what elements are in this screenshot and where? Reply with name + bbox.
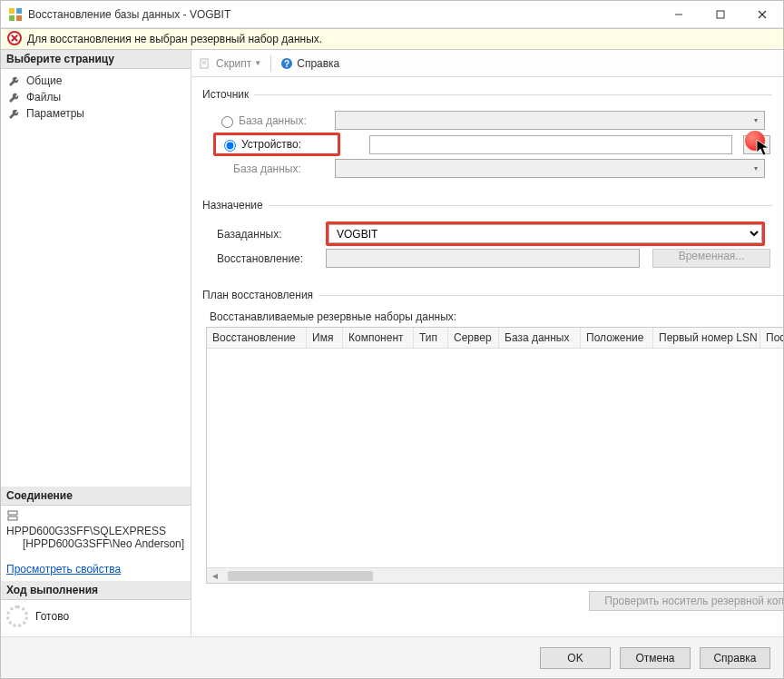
input-restore-to bbox=[326, 249, 640, 268]
svg-rect-3 bbox=[16, 15, 22, 21]
error-icon bbox=[7, 31, 22, 48]
radio-source-device[interactable] bbox=[224, 140, 236, 152]
sidebar-item-label: Параметры bbox=[26, 107, 84, 120]
label-db-under-device: База данных: bbox=[233, 162, 301, 175]
scroll-left-icon[interactable]: ◂ bbox=[207, 568, 222, 584]
legend-source: Источник bbox=[202, 88, 254, 101]
combo-source-database: ▾ bbox=[335, 111, 765, 130]
minimize-button[interactable] bbox=[658, 1, 700, 28]
script-icon bbox=[199, 57, 211, 70]
titlebar: Восстановление базы данных - VOGBIT bbox=[1, 1, 783, 28]
row-dest-restore: Восстановление: Временная... bbox=[217, 249, 770, 268]
content-toolbar: Скрипт ▼ ? Справка bbox=[191, 50, 783, 77]
wrench-icon bbox=[8, 74, 21, 87]
body: Выберите страницу Общие Файлы Параметры … bbox=[1, 50, 783, 636]
sidebar-spacer bbox=[1, 125, 191, 487]
grid-col-server[interactable]: Сервер bbox=[448, 328, 499, 348]
cancel-button[interactable]: Отмена bbox=[620, 647, 691, 669]
grid-col-lastlsn[interactable]: Последн bbox=[760, 328, 783, 348]
error-text: Для восстановления не выбран резервный н… bbox=[27, 33, 322, 45]
scroll-thumb[interactable] bbox=[228, 571, 373, 581]
row-source-device: Устройство: ... bbox=[213, 133, 770, 156]
select-dest-db[interactable]: VOGBIT bbox=[328, 224, 762, 243]
help-button-footer[interactable]: Справка bbox=[700, 647, 770, 669]
label-backup-sets: Восстанавливаемые резервные наборы данны… bbox=[210, 310, 783, 323]
legend-plan: План восстановления bbox=[202, 289, 318, 301]
timeline-button[interactable]: Временная... bbox=[652, 249, 770, 268]
svg-rect-11 bbox=[8, 511, 17, 515]
connection-user: [HPPD600G3SFF\Neo Anderson] bbox=[23, 537, 184, 550]
chevron-down-icon: ▾ bbox=[749, 162, 762, 175]
dialog-footer: OK Отмена Справка bbox=[1, 636, 783, 678]
grid-body bbox=[207, 349, 783, 567]
server-icon bbox=[6, 509, 19, 525]
combo-db-under-device: ▾ bbox=[335, 159, 765, 178]
maximize-button[interactable] bbox=[700, 1, 741, 28]
verify-row: Проверить носитель резервной копии bbox=[204, 586, 783, 616]
error-bar: Для восстановления не выбран резервный н… bbox=[1, 28, 783, 50]
group-plan: План восстановления Восстанавливаемые ре… bbox=[202, 289, 783, 620]
sidebar-header-progress: Ход выполнения bbox=[1, 581, 191, 600]
help-button[interactable]: ? Справка bbox=[280, 57, 339, 70]
grid-col-firstlsn[interactable]: Первый номер LSN bbox=[653, 328, 760, 348]
sidebar-item-label: Файлы bbox=[26, 91, 61, 103]
cursor-icon bbox=[756, 139, 772, 157]
row-source-db: База данных: ▾ bbox=[217, 111, 770, 130]
verify-backup-media-button: Проверить носитель резервной копии bbox=[589, 591, 783, 611]
svg-text:?: ? bbox=[284, 58, 289, 68]
svg-rect-0 bbox=[9, 8, 15, 14]
wrench-icon bbox=[8, 91, 21, 103]
sidebar-item-files[interactable]: Файлы bbox=[5, 89, 187, 105]
grid-col-name[interactable]: Имя bbox=[307, 328, 343, 348]
group-destination: Назначение Базаданных: VOGBIT Восстановл… bbox=[202, 199, 772, 274]
grid-col-component[interactable]: Компонент bbox=[343, 328, 414, 348]
radio-source-database[interactable] bbox=[221, 116, 233, 128]
sidebar-header-select-page: Выберите страницу bbox=[1, 50, 191, 69]
progress-ready-label: Готово bbox=[35, 610, 69, 623]
progress-ready: Готово bbox=[1, 600, 191, 636]
input-device-path[interactable] bbox=[369, 135, 732, 154]
highlight-dest-db: VOGBIT bbox=[326, 221, 765, 246]
dropdown-icon: ▼ bbox=[254, 59, 261, 67]
group-source: Источник База данных: ▾ Устройство: bbox=[202, 88, 772, 184]
separator bbox=[270, 55, 271, 72]
window-title: Восстановление базы данных - VOGBIT bbox=[28, 8, 658, 21]
svg-rect-12 bbox=[8, 517, 17, 520]
view-properties-link[interactable]: Просмотреть свойства bbox=[6, 563, 185, 576]
content: Скрипт ▼ ? Справка Источник База данн bbox=[191, 50, 783, 636]
grid-hscroll[interactable]: ◂ ▸ bbox=[207, 567, 783, 583]
scroll-track[interactable] bbox=[222, 568, 783, 584]
sidebar: Выберите страницу Общие Файлы Параметры … bbox=[1, 50, 191, 636]
help-label: Справка bbox=[297, 57, 339, 70]
label-source-device: Устройство: bbox=[241, 138, 301, 151]
window: Восстановление базы данных - VOGBIT Для … bbox=[0, 0, 784, 679]
row-dest-db: Базаданных: VOGBIT bbox=[217, 221, 770, 246]
label-source-database: База данных: bbox=[239, 114, 307, 127]
script-button[interactable]: Скрипт ▼ bbox=[199, 57, 261, 70]
app-icon bbox=[8, 7, 23, 22]
close-button[interactable] bbox=[741, 1, 783, 28]
sidebar-item-label: Общие bbox=[26, 74, 62, 87]
highlight-device: Устройство: bbox=[213, 133, 340, 156]
wrench-icon bbox=[8, 107, 21, 120]
sidebar-item-options[interactable]: Параметры bbox=[5, 105, 187, 122]
ok-button[interactable]: OK bbox=[540, 647, 611, 669]
svg-rect-5 bbox=[717, 11, 724, 18]
svg-rect-2 bbox=[9, 15, 15, 21]
help-icon: ? bbox=[280, 57, 293, 70]
grid-col-position[interactable]: Положение bbox=[581, 328, 653, 348]
svg-rect-1 bbox=[16, 8, 22, 14]
sidebar-header-connection: Соединение bbox=[1, 487, 191, 506]
label-dest-restore: Восстановление: bbox=[217, 252, 326, 265]
grid-col-database[interactable]: База данных bbox=[499, 328, 581, 348]
main-panel: Источник База данных: ▾ Устройство: bbox=[191, 77, 783, 636]
sidebar-item-general[interactable]: Общие bbox=[5, 73, 187, 89]
grid-col-type[interactable]: Тип bbox=[414, 328, 448, 348]
grid-col-restore[interactable]: Восстановление bbox=[207, 328, 307, 348]
progress-spinner-icon bbox=[6, 605, 28, 627]
connection-server: HPPD600G3SFF\SQLEXPRESS bbox=[6, 525, 166, 537]
script-label: Скрипт bbox=[216, 57, 251, 70]
backup-sets-grid[interactable]: Восстановление Имя Компонент Тип Сервер … bbox=[206, 327, 783, 584]
connection-info: HPPD600G3SFF\SQLEXPRESS [HPPD600G3SFF\Ne… bbox=[1, 506, 191, 554]
grid-header: Восстановление Имя Компонент Тип Сервер … bbox=[207, 328, 783, 349]
